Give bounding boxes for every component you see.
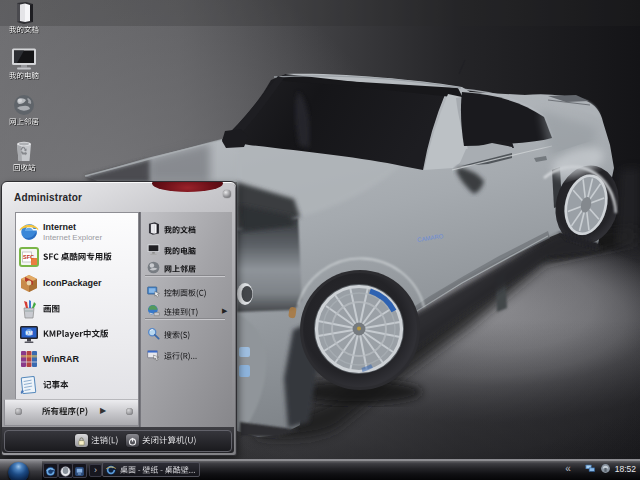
svg-text:KM: KM	[26, 331, 33, 336]
